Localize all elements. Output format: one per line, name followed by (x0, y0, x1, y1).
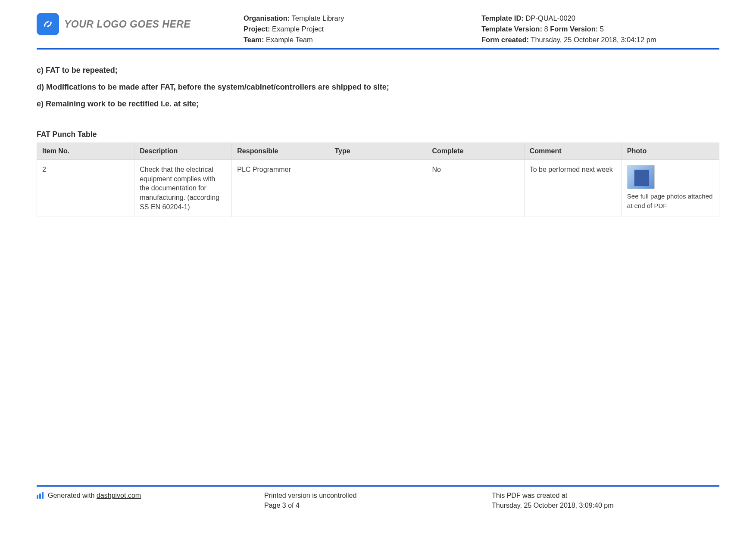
col-responsible: Responsible (232, 143, 329, 160)
form-version-value: 5 (598, 25, 604, 33)
col-item-no: Item No. (37, 143, 134, 160)
list-item-e: e) Remaining work to be rectified i.e. a… (37, 99, 719, 109)
footer-left: Generated with dashpivot.com (37, 491, 264, 510)
template-id-label: Template ID: (481, 14, 524, 22)
template-id-value: DP-QUAL-0020 (524, 14, 575, 22)
list-item-d: d) Modifications to be made after FAT, b… (37, 83, 719, 92)
cell-responsible: PLC Programmer (232, 160, 329, 217)
list-item-c: c) FAT to be repeated; (37, 66, 719, 75)
cell-item-no: 2 (37, 160, 134, 217)
fat-punch-table: Item No. Description Responsible Type Co… (37, 143, 719, 217)
project-label: Project: (244, 25, 270, 33)
fat-punch-table-title: FAT Punch Table (37, 130, 719, 139)
document-footer: Generated with dashpivot.com Printed ver… (37, 485, 719, 510)
logo-block: YOUR LOGO GOES HERE (37, 13, 244, 35)
pdf-created-value: Thursday, 25 October 2018, 3:09:40 pm (492, 501, 719, 510)
generated-with-text: Generated with (48, 492, 97, 499)
template-version-value: 8 (542, 25, 550, 33)
dashpivot-link[interactable]: dashpivot.com (97, 492, 141, 499)
form-created-label: Form created: (481, 36, 529, 43)
footer-right: This PDF was created at Thursday, 25 Oct… (492, 491, 719, 510)
team-label: Team: (244, 36, 264, 43)
org-label: Organisation: (244, 14, 290, 22)
page-number: Page 3 of 4 (264, 501, 492, 510)
org-value: Template Library (290, 14, 344, 22)
form-created-value: Thursday, 25 October 2018, 3:04:12 pm (529, 36, 656, 43)
col-photo: Photo (622, 143, 719, 160)
col-type: Type (329, 143, 427, 160)
document-body: c) FAT to be repeated; d) Modifications … (37, 50, 719, 217)
team-value: Example Team (264, 36, 312, 43)
document-page: YOUR LOGO GOES HERE Organisation: Templa… (0, 0, 756, 217)
project-value: Example Project (270, 25, 324, 33)
uncontrolled-note: Printed version is uncontrolled (264, 491, 492, 500)
cell-type (329, 160, 427, 217)
footer-center: Printed version is uncontrolled Page 3 o… (264, 491, 492, 510)
brand-logo-icon (37, 13, 59, 35)
col-complete: Complete (427, 143, 524, 160)
cell-comment: To be performed next week (524, 160, 622, 217)
cell-description: Check that the electrical equipment comp… (134, 160, 232, 217)
header-meta-right: Template ID: DP-QUAL-0020 Template Versi… (481, 13, 719, 45)
header-meta-center: Organisation: Template Library Project: … (244, 13, 481, 45)
dashpivot-logo-icon (37, 492, 44, 499)
document-header: YOUR LOGO GOES HERE Organisation: Templa… (37, 13, 719, 50)
logo-placeholder-text: YOUR LOGO GOES HERE (64, 19, 191, 30)
template-version-label: Template Version: (481, 25, 542, 33)
pdf-created-label: This PDF was created at (492, 491, 719, 500)
photo-note: See full page photos attached at end of … (627, 192, 713, 209)
cell-photo: See full page photos attached at end of … (622, 160, 719, 217)
form-version-label: Form Version: (550, 25, 598, 33)
table-header-row: Item No. Description Responsible Type Co… (37, 143, 719, 160)
col-description: Description (134, 143, 232, 160)
col-comment: Comment (524, 143, 622, 160)
photo-thumbnail-icon (627, 165, 655, 189)
table-row: 2 Check that the electrical equipment co… (37, 160, 719, 217)
cell-complete: No (427, 160, 524, 217)
